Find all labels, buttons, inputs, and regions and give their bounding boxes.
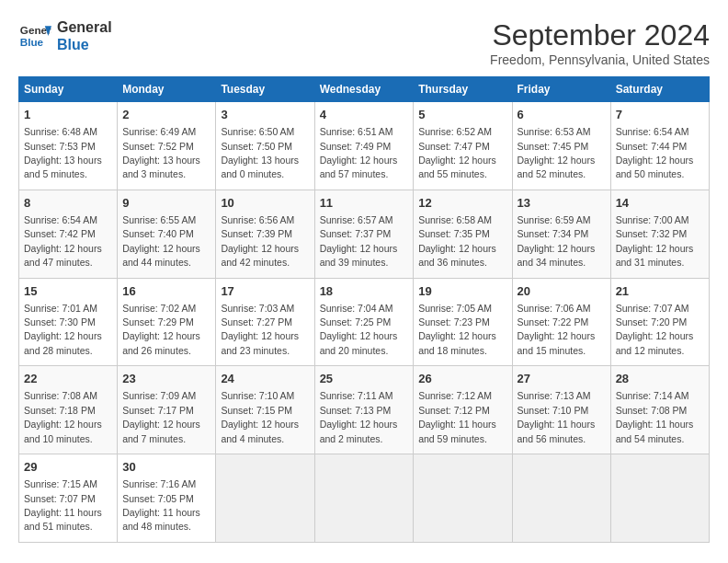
- day-of-week-header: Tuesday: [216, 77, 314, 102]
- calendar-cell: 12 Sunrise: 6:58 AMSunset: 7:35 PMDaylig…: [414, 190, 512, 278]
- day-number: 14: [616, 195, 704, 212]
- calendar-cell: 14 Sunrise: 7:00 AMSunset: 7:32 PMDaylig…: [610, 190, 709, 278]
- calendar-cell: 8 Sunrise: 6:54 AMSunset: 7:42 PMDayligh…: [19, 190, 118, 278]
- day-info: Sunrise: 6:53 AMSunset: 7:45 PMDaylight:…: [518, 126, 596, 179]
- calendar-table: SundayMondayTuesdayWednesdayThursdayFrid…: [18, 76, 710, 543]
- day-of-week-header: Thursday: [414, 77, 512, 102]
- calendar-week-row: 8 Sunrise: 6:54 AMSunset: 7:42 PMDayligh…: [19, 190, 710, 278]
- day-number: 19: [418, 283, 506, 300]
- calendar-cell: 2 Sunrise: 6:49 AMSunset: 7:52 PMDayligh…: [118, 102, 216, 190]
- calendar-cell: 24 Sunrise: 7:10 AMSunset: 7:15 PMDaylig…: [216, 366, 314, 454]
- calendar-cell: 17 Sunrise: 7:03 AMSunset: 7:27 PMDaylig…: [216, 278, 314, 366]
- day-info: Sunrise: 6:51 AMSunset: 7:49 PMDaylight:…: [320, 126, 398, 179]
- day-info: Sunrise: 7:10 AMSunset: 7:15 PMDaylight:…: [221, 390, 299, 443]
- day-number: 1: [24, 107, 112, 123]
- day-number: 30: [122, 459, 210, 476]
- calendar-cell: 6 Sunrise: 6:53 AMSunset: 7:45 PMDayligh…: [512, 102, 610, 190]
- calendar-week-row: 22 Sunrise: 7:08 AMSunset: 7:18 PMDaylig…: [19, 366, 710, 454]
- day-info: Sunrise: 7:11 AMSunset: 7:13 PMDaylight:…: [320, 390, 398, 443]
- day-info: Sunrise: 6:50 AMSunset: 7:50 PMDaylight:…: [221, 126, 299, 179]
- calendar-cell: [512, 454, 610, 543]
- day-number: 3: [221, 107, 309, 123]
- day-number: 7: [616, 107, 704, 123]
- calendar-cell: 4 Sunrise: 6:51 AMSunset: 7:49 PMDayligh…: [314, 102, 414, 190]
- calendar-cell: 26 Sunrise: 7:12 AMSunset: 7:12 PMDaylig…: [414, 366, 512, 454]
- day-number: 10: [221, 195, 309, 212]
- calendar-cell: 11 Sunrise: 6:57 AMSunset: 7:37 PMDaylig…: [314, 190, 414, 278]
- calendar-cell: 27 Sunrise: 7:13 AMSunset: 7:10 PMDaylig…: [512, 366, 610, 454]
- logo: General Blue General Blue: [18, 18, 112, 53]
- days-of-week-row: SundayMondayTuesdayWednesdayThursdayFrid…: [19, 77, 710, 102]
- svg-text:Blue: Blue: [20, 36, 44, 48]
- calendar-cell: 7 Sunrise: 6:54 AMSunset: 7:44 PMDayligh…: [610, 102, 709, 190]
- day-number: 11: [320, 195, 409, 212]
- calendar-body: 1 Sunrise: 6:48 AMSunset: 7:53 PMDayligh…: [19, 102, 710, 543]
- calendar-cell: 19 Sunrise: 7:05 AMSunset: 7:23 PMDaylig…: [414, 278, 512, 366]
- day-info: Sunrise: 6:54 AMSunset: 7:42 PMDaylight:…: [24, 214, 102, 268]
- day-info: Sunrise: 6:49 AMSunset: 7:52 PMDaylight:…: [122, 126, 200, 179]
- day-number: 25: [320, 371, 409, 387]
- page-header: General Blue General Blue September 2024…: [18, 18, 710, 67]
- day-info: Sunrise: 7:06 AMSunset: 7:22 PMDaylight:…: [518, 303, 596, 356]
- day-number: 6: [518, 107, 606, 123]
- day-number: 26: [418, 371, 506, 387]
- day-of-week-header: Monday: [118, 77, 216, 102]
- day-number: 18: [320, 283, 409, 300]
- day-number: 29: [24, 459, 112, 476]
- day-info: Sunrise: 7:04 AMSunset: 7:25 PMDaylight:…: [320, 303, 398, 356]
- calendar-week-row: 15 Sunrise: 7:01 AMSunset: 7:30 PMDaylig…: [19, 278, 710, 366]
- day-number: 27: [518, 371, 606, 387]
- calendar-cell: [610, 454, 709, 543]
- calendar-cell: 25 Sunrise: 7:11 AMSunset: 7:13 PMDaylig…: [314, 366, 414, 454]
- day-number: 22: [24, 371, 112, 387]
- day-number: 12: [418, 195, 506, 212]
- title-section: September 2024 Freedom, Pennsylvania, Un…: [490, 18, 710, 67]
- calendar-header: SundayMondayTuesdayWednesdayThursdayFrid…: [19, 77, 710, 102]
- day-of-week-header: Saturday: [610, 77, 709, 102]
- day-number: 4: [320, 107, 409, 123]
- day-number: 24: [221, 371, 309, 387]
- page-title: September 2024: [490, 18, 710, 52]
- day-info: Sunrise: 6:58 AMSunset: 7:35 PMDaylight:…: [418, 214, 496, 268]
- day-number: 9: [122, 195, 210, 212]
- calendar-cell: 20 Sunrise: 7:06 AMSunset: 7:22 PMDaylig…: [512, 278, 610, 366]
- day-number: 20: [518, 283, 606, 300]
- day-number: 16: [122, 283, 210, 300]
- day-of-week-header: Wednesday: [314, 77, 414, 102]
- calendar-cell: 23 Sunrise: 7:09 AMSunset: 7:17 PMDaylig…: [118, 366, 216, 454]
- calendar-cell: 16 Sunrise: 7:02 AMSunset: 7:29 PMDaylig…: [118, 278, 216, 366]
- day-info: Sunrise: 7:13 AMSunset: 7:10 PMDaylight:…: [518, 390, 596, 443]
- day-number: 2: [122, 107, 210, 123]
- day-info: Sunrise: 7:15 AMSunset: 7:07 PMDaylight:…: [24, 478, 102, 532]
- calendar-cell: 10 Sunrise: 6:56 AMSunset: 7:39 PMDaylig…: [216, 190, 314, 278]
- calendar-week-row: 1 Sunrise: 6:48 AMSunset: 7:53 PMDayligh…: [19, 102, 710, 190]
- calendar-cell: 15 Sunrise: 7:01 AMSunset: 7:30 PMDaylig…: [19, 278, 118, 366]
- day-info: Sunrise: 7:03 AMSunset: 7:27 PMDaylight:…: [221, 303, 299, 356]
- calendar-cell: 3 Sunrise: 6:50 AMSunset: 7:50 PMDayligh…: [216, 102, 314, 190]
- day-info: Sunrise: 6:59 AMSunset: 7:34 PMDaylight:…: [518, 214, 596, 268]
- day-info: Sunrise: 6:48 AMSunset: 7:53 PMDaylight:…: [24, 126, 102, 179]
- calendar-cell: [314, 454, 414, 543]
- day-info: Sunrise: 7:07 AMSunset: 7:20 PMDaylight:…: [616, 303, 694, 356]
- day-number: 28: [616, 371, 704, 387]
- day-info: Sunrise: 7:08 AMSunset: 7:18 PMDaylight:…: [24, 390, 102, 443]
- day-number: 8: [24, 195, 112, 212]
- logo-text-blue: Blue: [57, 36, 112, 53]
- day-of-week-header: Sunday: [19, 77, 118, 102]
- calendar-week-row: 29 Sunrise: 7:15 AMSunset: 7:07 PMDaylig…: [19, 454, 710, 543]
- day-info: Sunrise: 6:57 AMSunset: 7:37 PMDaylight:…: [320, 214, 398, 268]
- day-info: Sunrise: 7:09 AMSunset: 7:17 PMDaylight:…: [122, 390, 200, 443]
- calendar-cell: [414, 454, 512, 543]
- calendar-cell: 9 Sunrise: 6:55 AMSunset: 7:40 PMDayligh…: [118, 190, 216, 278]
- day-info: Sunrise: 7:16 AMSunset: 7:05 PMDaylight:…: [122, 478, 200, 532]
- page-subtitle: Freedom, Pennsylvania, United States: [490, 52, 710, 67]
- logo-icon: General Blue: [18, 19, 51, 52]
- day-info: Sunrise: 7:01 AMSunset: 7:30 PMDaylight:…: [24, 303, 102, 356]
- calendar-cell: 1 Sunrise: 6:48 AMSunset: 7:53 PMDayligh…: [19, 102, 118, 190]
- day-number: 15: [24, 283, 112, 300]
- day-info: Sunrise: 6:55 AMSunset: 7:40 PMDaylight:…: [122, 214, 200, 268]
- calendar-cell: 21 Sunrise: 7:07 AMSunset: 7:20 PMDaylig…: [610, 278, 709, 366]
- day-number: 21: [616, 283, 704, 300]
- day-of-week-header: Friday: [512, 77, 610, 102]
- day-info: Sunrise: 6:56 AMSunset: 7:39 PMDaylight:…: [221, 214, 299, 268]
